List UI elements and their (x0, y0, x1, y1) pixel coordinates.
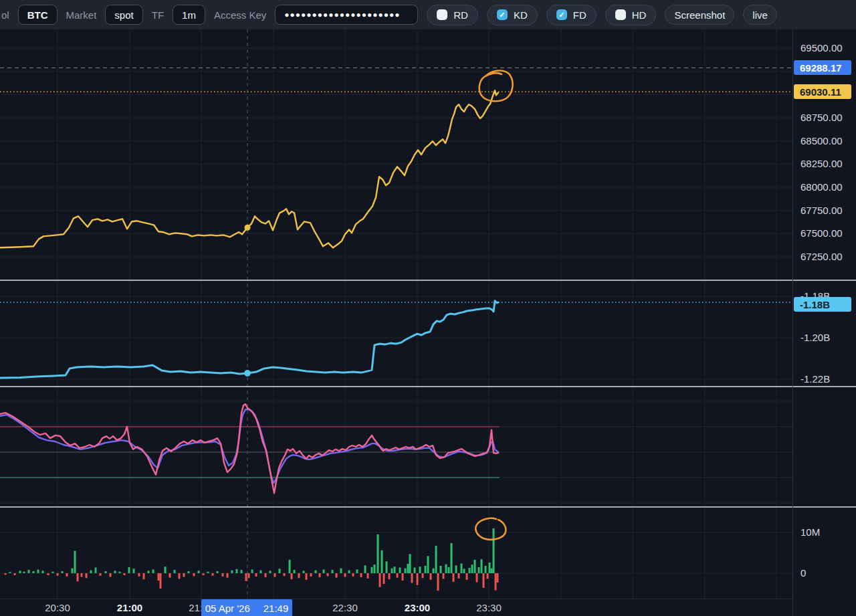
toggle-kd[interactable]: ✓KD (487, 5, 538, 25)
toggle-label: KD (514, 9, 528, 21)
checkbox-checked-icon[interactable]: ✓ (556, 9, 567, 20)
axis-value-badge: -1.18B (794, 297, 851, 312)
checkbox-unchecked-icon[interactable] (437, 9, 447, 20)
market-input[interactable]: spot (105, 5, 142, 25)
circle-volume-spike (475, 518, 506, 540)
axis-tick-label: 68250.00 (800, 158, 843, 170)
access-key-input[interactable]: ●●●●●●●●●●●●●●●●●●●●● (275, 5, 418, 25)
time-tick-label: 20:30 (45, 602, 70, 613)
checkbox-checked-icon[interactable]: ✓ (497, 9, 508, 20)
time-tick-label: 23:00 (405, 602, 430, 613)
axis-value-badge: 69288.17 (794, 60, 851, 75)
timeframe-input[interactable]: 1m (173, 5, 205, 25)
axis-tick-label: 67250.00 (800, 251, 843, 263)
axis-tick-label: 68750.00 (800, 112, 843, 124)
crosshair-time-badge: 05 Apr '2621:49 (201, 599, 292, 616)
axis-tick-label: -1.22B (800, 373, 830, 385)
badge-date: 05 Apr '26 (205, 603, 250, 614)
toggle-hd[interactable]: HD (605, 5, 657, 25)
checkbox-unchecked-icon[interactable] (615, 9, 626, 20)
axis-tick-label: 67750.00 (800, 205, 843, 217)
access-key-label: Access Key (214, 9, 266, 21)
timeframe-label: TF (152, 9, 164, 21)
toggle-group: RD✓KD✓FDHD (427, 5, 656, 25)
time-tick-label: 22:30 (332, 602, 358, 613)
toolbar: ol BTC Market spot TF 1m Access Key ●●●●… (0, 0, 856, 29)
axis-tick-label: -1.20B (800, 332, 830, 344)
trading-app: ol BTC Market spot TF 1m Access Key ●●●●… (0, 0, 856, 616)
axis-tick-label: 0 (800, 567, 806, 579)
masked-key-value: ●●●●●●●●●●●●●●●●●●●●● (284, 5, 400, 25)
axis-tick-label: 67500.00 (800, 227, 843, 239)
market-label: Market (66, 9, 97, 21)
toggle-label: FD (573, 9, 586, 21)
time-tick-label: 23:30 (476, 602, 502, 613)
axis-tick-label: 68500.00 (800, 135, 843, 147)
axis-tick-label: 69500.00 (800, 42, 843, 54)
time-axis[interactable]: 20:3021:0021:3022:3023:0023:3005 Apr '26… (0, 599, 792, 616)
badge-time: 21:49 (263, 603, 289, 614)
toggle-fd[interactable]: ✓FD (546, 5, 597, 25)
toggle-label: HD (632, 9, 647, 21)
screenshot-button[interactable]: Screenshot (665, 5, 734, 25)
symbol-label: ol (1, 9, 9, 21)
chart-canvas[interactable] (0, 0, 856, 616)
price-axis[interactable]: 69500.0068750.0068500.0068250.0068000.00… (792, 29, 856, 616)
live-button[interactable]: live (743, 5, 777, 25)
toggle-label: RD (453, 9, 468, 21)
circle-price-high (479, 71, 513, 102)
axis-tick-label: 10M (800, 526, 820, 538)
symbol-input[interactable]: BTC (18, 5, 58, 25)
toggle-rd[interactable]: RD (427, 5, 478, 25)
time-tick-label: 21:00 (117, 602, 142, 613)
axis-value-badge: 69030.11 (794, 84, 851, 99)
axis-tick-label: 68000.00 (800, 181, 843, 193)
